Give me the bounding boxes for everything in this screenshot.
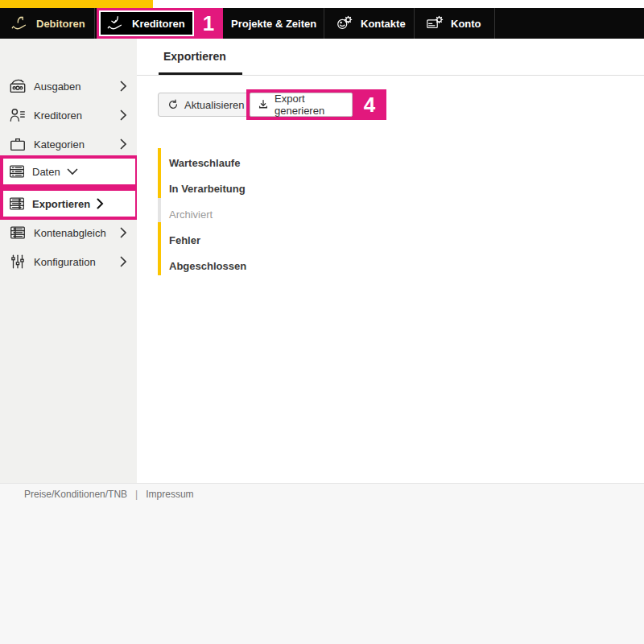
sidebar-item-exportieren[interactable]: Exportieren xyxy=(3,191,135,217)
yellow-accent-strip xyxy=(0,0,153,8)
chevron-right-icon xyxy=(120,109,127,121)
annotation-box-4: Export generieren 4 xyxy=(246,89,386,120)
main-content: Exportieren Aktualisieren xyxy=(137,39,644,483)
nav-label: Projekte & Zeiten xyxy=(231,18,316,30)
refresh-button[interactable]: Aktualisieren xyxy=(158,93,254,117)
sidebar-item-label: Ausgaben xyxy=(34,80,114,93)
footer-links: Preise/Konditionen/TNB | Impressum xyxy=(24,489,194,500)
nav-item-debitoren[interactable]: Debitoren xyxy=(0,8,95,39)
nav-item-kontakte[interactable]: Kontakte xyxy=(324,8,415,39)
annotation-number-4: 4 xyxy=(353,89,386,120)
stack-arrows-left-icon xyxy=(8,224,27,242)
sidebar: Ausgaben Kreditoren xyxy=(0,39,137,483)
annotation-number-1: 1 xyxy=(194,8,223,39)
footer-separator: | xyxy=(135,489,138,500)
app-window: Debitoren Projekte & Zeiten Kontakte xyxy=(0,0,644,644)
download-icon xyxy=(258,99,269,110)
person-list-icon xyxy=(8,106,27,124)
subnav-label: Fehler xyxy=(169,234,200,246)
sliders-icon xyxy=(8,253,27,270)
refresh-icon xyxy=(167,99,179,110)
generate-button-label: Export generieren xyxy=(275,93,345,117)
subnav-item-warteschlaufe[interactable]: Warteschlaufe xyxy=(169,150,240,175)
nav-label: Kreditoren xyxy=(132,18,185,30)
chevron-down-icon xyxy=(67,168,78,175)
nav-item-projekte-zeiten[interactable]: Projekte & Zeiten xyxy=(223,8,324,39)
sidebar-item-label: Daten xyxy=(32,166,60,178)
chevron-right-icon xyxy=(120,227,127,238)
nav-label: Konto xyxy=(451,18,481,30)
sidebar-item-label: Konfiguration xyxy=(34,256,114,268)
chevron-right-icon xyxy=(97,198,104,209)
subnav-item-in-verarbeitung[interactable]: In Verarbeitung xyxy=(169,175,246,201)
briefcase-icon xyxy=(8,135,27,153)
sidebar-item-kontenabgleich[interactable]: Kontenabgleich xyxy=(0,218,137,247)
subnav-item-fehler[interactable]: Fehler xyxy=(169,227,200,253)
subnav-label: In Verarbeitung xyxy=(169,183,246,195)
active-tab-underline xyxy=(159,72,242,75)
chevron-right-icon xyxy=(120,138,127,150)
card-gear-icon xyxy=(426,14,444,32)
stack-arrows-right-icon xyxy=(8,195,26,213)
subnav-active-segment xyxy=(158,198,161,222)
sidebar-item-label: Kreditoren xyxy=(34,109,114,122)
generate-export-button[interactable]: Export generieren xyxy=(250,93,353,117)
nav-item-konto[interactable]: Konto xyxy=(415,8,495,39)
subnav-item-abgeschlossen[interactable]: Abgeschlossen xyxy=(169,253,246,279)
sidebar-item-konfiguration[interactable]: Konfiguration xyxy=(0,247,137,276)
annotation-box-1: Kreditoren 1 xyxy=(97,8,223,39)
sidebar-item-ausgaben[interactable]: Ausgaben xyxy=(0,72,137,101)
cash-register-icon xyxy=(8,77,27,95)
chevron-right-icon xyxy=(120,256,127,267)
stack-rows-icon xyxy=(8,163,26,180)
refresh-button-label: Aktualisieren xyxy=(184,99,244,111)
subnav-label: Warteschlaufe xyxy=(169,157,240,169)
nav-item-kreditoren[interactable]: Kreditoren xyxy=(99,10,194,36)
subnav-label: Abgeschlossen xyxy=(169,260,246,272)
sidebar-item-daten[interactable]: Daten xyxy=(3,159,135,184)
sidebar-item-label: Kategorien xyxy=(34,138,114,151)
tab-exportieren[interactable]: Exportieren xyxy=(163,50,226,63)
footer-link-preise[interactable]: Preise/Konditionen/TNB xyxy=(24,489,127,500)
chevron-right-icon xyxy=(120,80,127,92)
hand-arrow-down-icon xyxy=(107,14,125,32)
footer: Preise/Konditionen/TNB | Impressum xyxy=(0,483,644,644)
sidebar-item-kreditoren[interactable]: Kreditoren xyxy=(0,101,137,130)
sidebar-item-label: Kontenabgleich xyxy=(34,227,114,239)
subnav-item-archiviert[interactable]: Archiviert xyxy=(169,201,213,227)
subnav-label: Archiviert xyxy=(169,208,213,221)
hand-arrow-up-icon xyxy=(11,14,29,32)
nav-label: Debitoren xyxy=(36,18,85,30)
tabbar-divider xyxy=(137,75,644,76)
sidebar-item-label: Exportieren xyxy=(32,198,90,210)
face-gear-icon xyxy=(336,14,353,32)
footer-link-impressum[interactable]: Impressum xyxy=(146,489,193,500)
sidebar-item-kategorien[interactable]: Kategorien xyxy=(0,130,137,159)
nav-label: Kontakte xyxy=(361,18,406,30)
